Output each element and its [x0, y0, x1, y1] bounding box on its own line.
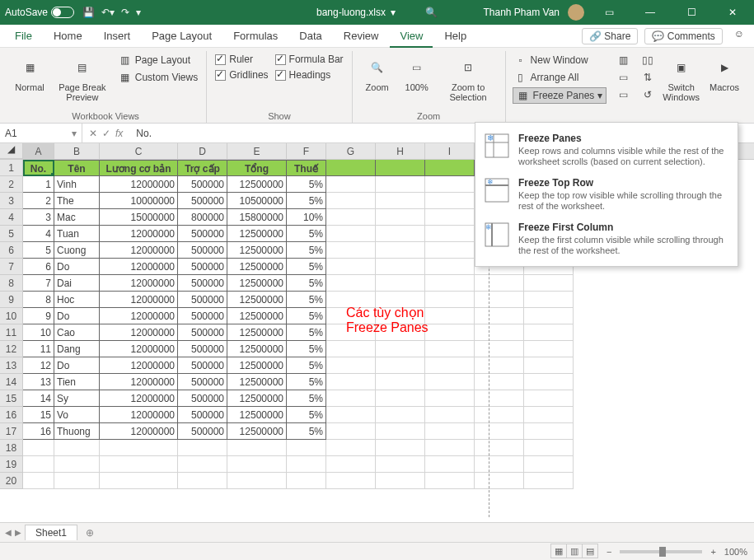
- cell[interactable]: 12000000: [100, 390, 178, 407]
- cell[interactable]: [524, 440, 574, 456]
- zoom-100-button[interactable]: ▭100%: [399, 53, 435, 94]
- zoom-selection-button[interactable]: ⊡Zoom to Selection: [438, 53, 499, 104]
- enter-formula-icon[interactable]: ✓: [102, 128, 110, 139]
- cell[interactable]: 16: [23, 423, 54, 440]
- cell[interactable]: [178, 456, 227, 473]
- tab-file[interactable]: File: [5, 25, 42, 48]
- cell[interactable]: Lương cơ bản: [100, 160, 178, 176]
- col-header-F[interactable]: F: [287, 143, 326, 159]
- cell[interactable]: Hoc: [54, 292, 100, 308]
- cell[interactable]: 5%: [287, 407, 326, 423]
- cell[interactable]: [425, 292, 475, 308]
- col-header-I[interactable]: I: [425, 143, 475, 159]
- cell[interactable]: [100, 456, 178, 473]
- cell[interactable]: [524, 407, 574, 423]
- freeze-first-column-option[interactable]: ❄ Freeze First ColumnKeep the first colu…: [475, 217, 738, 261]
- cell[interactable]: [376, 374, 425, 390]
- sheet-tab-sheet1[interactable]: Sheet1: [25, 525, 77, 540]
- cell[interactable]: [376, 160, 425, 176]
- cell[interactable]: [54, 473, 100, 489]
- comments-button[interactable]: 💬 Comments: [644, 28, 722, 44]
- cell[interactable]: 12000000: [100, 242, 178, 259]
- cell[interactable]: [23, 473, 54, 489]
- row-header[interactable]: 19: [0, 456, 23, 473]
- tab-view[interactable]: View: [390, 25, 433, 48]
- cell[interactable]: 12000000: [100, 259, 178, 275]
- cell[interactable]: [326, 193, 376, 209]
- cell[interactable]: 500000: [178, 242, 227, 259]
- cell[interactable]: [376, 390, 425, 407]
- cell[interactable]: 12000000: [100, 423, 178, 440]
- cell[interactable]: Do: [54, 259, 100, 275]
- cell[interactable]: Thuế: [287, 160, 326, 176]
- cell[interactable]: 500000: [178, 259, 227, 275]
- normal-view-button[interactable]: ▦Normal: [12, 53, 48, 94]
- cell[interactable]: [475, 473, 524, 489]
- view-side-button[interactable]: ▯▯: [639, 53, 656, 68]
- cell[interactable]: 500000: [178, 407, 227, 423]
- cell[interactable]: 500000: [178, 390, 227, 407]
- normal-view-icon[interactable]: ▦: [550, 544, 567, 558]
- cell[interactable]: [326, 209, 376, 226]
- row-header[interactable]: 9: [0, 292, 23, 308]
- cell[interactable]: 5%: [287, 423, 326, 440]
- smiley-icon[interactable]: ☺: [729, 28, 749, 44]
- headings-checkbox[interactable]: Headings: [274, 68, 345, 82]
- cell[interactable]: [227, 440, 287, 456]
- cell[interactable]: 12500000: [227, 374, 287, 390]
- cell[interactable]: 500000: [178, 292, 227, 308]
- row-header[interactable]: 14: [0, 374, 23, 390]
- cell[interactable]: 12000000: [100, 292, 178, 308]
- cell[interactable]: [326, 473, 376, 489]
- cell[interactable]: 6: [23, 259, 54, 275]
- row-header[interactable]: 6: [0, 242, 23, 259]
- page-break-view-icon[interactable]: ▤: [582, 544, 598, 558]
- cell[interactable]: 12500000: [227, 259, 287, 275]
- add-sheet-button[interactable]: ⊕: [81, 527, 99, 539]
- cell[interactable]: 5%: [287, 259, 326, 275]
- cell[interactable]: [54, 440, 100, 456]
- cell[interactable]: [524, 390, 574, 407]
- redo-icon[interactable]: ↷: [121, 7, 129, 18]
- cancel-formula-icon[interactable]: ✕: [89, 128, 97, 139]
- cell[interactable]: Vinh: [54, 176, 100, 193]
- cell[interactable]: [425, 259, 475, 275]
- cell[interactable]: 10000000: [100, 193, 178, 209]
- cell[interactable]: Tuan: [54, 226, 100, 242]
- cell[interactable]: [376, 423, 425, 440]
- cell[interactable]: [425, 209, 475, 226]
- cell[interactable]: [425, 440, 475, 456]
- cell[interactable]: [178, 473, 227, 489]
- cell[interactable]: [475, 440, 524, 456]
- row-header[interactable]: 16: [0, 407, 23, 423]
- cell[interactable]: [425, 473, 475, 489]
- cell[interactable]: [287, 440, 326, 456]
- ribbon-options-icon[interactable]: ▭: [592, 7, 625, 18]
- cell[interactable]: [425, 423, 475, 440]
- cell[interactable]: [524, 275, 574, 292]
- cell[interactable]: 500000: [178, 324, 227, 341]
- cell[interactable]: Tổng: [227, 160, 287, 176]
- cell[interactable]: [524, 357, 574, 374]
- freeze-panes-button[interactable]: ▦Freeze Panes ▾: [513, 87, 607, 104]
- cell[interactable]: 5: [23, 242, 54, 259]
- freeze-panes-option[interactable]: ❄ Freeze PanesKeep rows and columns visi…: [475, 128, 738, 172]
- cell[interactable]: [23, 456, 54, 473]
- tab-data[interactable]: Data: [289, 25, 331, 48]
- cell[interactable]: 12000000: [100, 226, 178, 242]
- cell[interactable]: [23, 440, 54, 456]
- cell[interactable]: [475, 374, 524, 390]
- cell[interactable]: [376, 259, 425, 275]
- cell[interactable]: [425, 242, 475, 259]
- split-button[interactable]: ▥: [615, 53, 631, 68]
- cell[interactable]: 12000000: [100, 308, 178, 324]
- close-icon[interactable]: ✕: [716, 7, 749, 18]
- cell[interactable]: [524, 374, 574, 390]
- cell[interactable]: 500000: [178, 423, 227, 440]
- minimize-icon[interactable]: —: [634, 7, 667, 18]
- cell[interactable]: 12000000: [100, 176, 178, 193]
- zoom-slider[interactable]: [620, 550, 702, 553]
- cell[interactable]: 10: [23, 324, 54, 341]
- cell[interactable]: 13: [23, 374, 54, 390]
- cell[interactable]: 500000: [178, 357, 227, 374]
